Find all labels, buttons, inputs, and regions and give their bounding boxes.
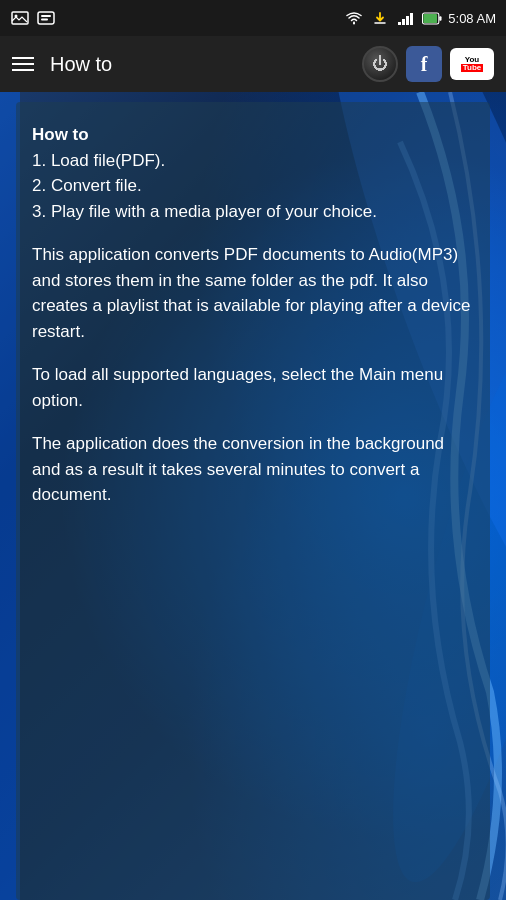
svg-rect-2 xyxy=(38,12,54,24)
signal-icon xyxy=(396,11,416,25)
toolbar-icons: f You Tube xyxy=(362,46,494,82)
app-title: How to xyxy=(50,53,346,76)
app-bar: How to f You Tube xyxy=(0,36,506,92)
svg-rect-9 xyxy=(410,13,413,25)
download-icon xyxy=(370,11,390,25)
facebook-button[interactable]: f xyxy=(406,46,442,82)
battery-icon xyxy=(422,11,442,25)
content-card: How to 1. Load file(PDF). 2. Convert fil… xyxy=(16,102,490,900)
power-button[interactable] xyxy=(362,46,398,82)
wifi-icon xyxy=(344,11,364,25)
howto-step3: 3. Play file with a media player of your… xyxy=(32,202,377,221)
hamburger-menu-button[interactable] xyxy=(12,57,34,71)
howto-description2: To load all supported languages, select … xyxy=(32,362,474,413)
status-bar: 5:08 AM xyxy=(0,0,506,36)
time-display: 5:08 AM xyxy=(448,11,496,26)
svg-rect-8 xyxy=(406,16,409,25)
howto-step1: 1. Load file(PDF). xyxy=(32,151,165,170)
howto-description1: This application converts PDF documents … xyxy=(32,242,474,344)
svg-rect-11 xyxy=(424,13,438,22)
svg-rect-7 xyxy=(402,19,405,25)
svg-rect-6 xyxy=(398,22,401,25)
svg-rect-3 xyxy=(41,15,51,17)
svg-rect-4 xyxy=(41,19,48,21)
status-right-area: 5:08 AM xyxy=(344,11,496,26)
image-status-icon xyxy=(10,11,30,25)
svg-rect-12 xyxy=(440,16,442,21)
status-left-icons xyxy=(10,11,56,25)
howto-heading: How to 1. Load file(PDF). 2. Convert fil… xyxy=(32,122,474,224)
main-content: How to 1. Load file(PDF). 2. Convert fil… xyxy=(0,92,506,900)
youtube-button[interactable]: You Tube xyxy=(450,48,494,80)
howto-description3: The application does the conversion in t… xyxy=(32,431,474,508)
bbm-status-icon xyxy=(36,11,56,25)
howto-content: How to 1. Load file(PDF). 2. Convert fil… xyxy=(32,122,474,508)
howto-step2: 2. Convert file. xyxy=(32,176,142,195)
